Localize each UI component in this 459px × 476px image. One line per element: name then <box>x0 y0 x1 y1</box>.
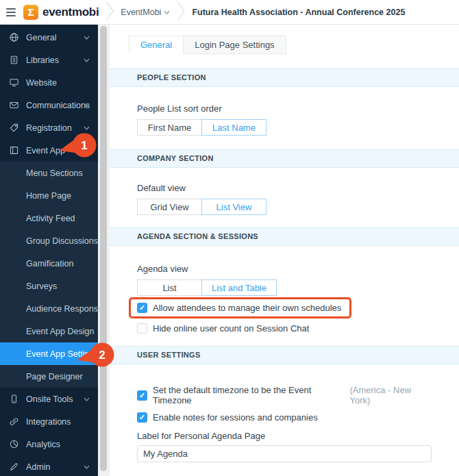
sidebar-item-activity-feed[interactable]: Activity Feed <box>0 207 98 229</box>
tab-general[interactable]: General <box>129 36 184 54</box>
chevron-down-icon <box>84 126 90 130</box>
breadcrumb-separator-icon <box>177 1 185 24</box>
monitor-icon <box>9 77 20 88</box>
timezone-row: Set the default timezone to be the Event… <box>137 385 432 405</box>
sidebar-item-page-designer[interactable]: Page Designer <box>0 365 98 388</box>
event-app-submenu: Menu Sections Home Page Activity Feed Gr… <box>0 162 98 388</box>
breadcrumb-event-title: Futura Health Association - Annual Confe… <box>192 8 405 17</box>
agenda-section-header: AGENDA SECTION & SESSIONS <box>110 227 459 246</box>
sidebar-item-general[interactable]: General <box>0 26 98 49</box>
sidebar-item-label: Website <box>26 78 57 88</box>
eventmobi-wordmark: eventmobi <box>42 5 99 19</box>
agenda-view-toggle: List List and Table <box>137 279 432 296</box>
breadcrumb-org-dropdown[interactable]: EventMobi <box>121 8 170 17</box>
sidebar-item-gamification[interactable]: Gamification <box>0 252 98 275</box>
company-default-view-label: Default view <box>137 183 432 193</box>
sidebar-item-label: Integrations <box>26 417 71 427</box>
chevron-down-icon <box>84 465 90 469</box>
tag-icon <box>9 123 20 134</box>
enable-notes-label: Enable notes for sessions and companies <box>153 412 318 423</box>
vertical-scrollbar-thumb[interactable] <box>100 26 107 471</box>
grid-view-toggle-button[interactable]: Grid View <box>137 199 202 215</box>
sidebar-item-label: Onsite Tools <box>26 394 73 404</box>
sidebar-item-website[interactable]: Website <box>0 71 98 94</box>
hide-user-count-row: Hide online user count on Session Chat <box>137 323 432 334</box>
eventmobi-logo[interactable]: Σ eventmobi <box>23 5 99 20</box>
sidebar-nav: General Libraries Website Communications… <box>0 25 98 476</box>
sidebar-item-analytics[interactable]: Analytics <box>0 433 98 455</box>
last-name-toggle-button[interactable]: Last Name <box>201 119 266 136</box>
sidebar-item-label: Analytics <box>26 440 60 449</box>
list-and-table-toggle-button[interactable]: List and Table <box>201 279 277 296</box>
first-name-toggle-button[interactable]: First Name <box>137 119 202 136</box>
chevron-down-icon <box>84 397 90 401</box>
sidebar-item-communications[interactable]: Communications <box>0 94 98 116</box>
sidebar-item-label: General <box>26 33 56 42</box>
chevron-up-icon <box>84 149 90 153</box>
envelope-icon <box>9 100 20 111</box>
sidebar-item-audience-response[interactable]: Audience Response <box>0 297 98 320</box>
user-settings-section-header: USER SETTINGS <box>110 346 459 364</box>
people-sort-toggle: First Name Last Name <box>137 119 432 136</box>
company-view-toggle: Grid View List View <box>137 199 432 215</box>
agenda-view-label: Agenda view <box>137 264 432 274</box>
personal-agenda-input[interactable] <box>137 445 432 462</box>
sidebar-item-surveys[interactable]: Surveys <box>0 275 98 297</box>
sidebar-item-event-app-settings[interactable]: Event App Settings <box>0 342 98 365</box>
sidebar-item-home-page[interactable]: Home Page <box>0 184 98 207</box>
sidebar-item-onsite-tools[interactable]: Onsite Tools <box>0 388 98 410</box>
personal-agenda-label: Label for Personal Agenda Page <box>137 431 432 441</box>
timezone-note: (America - New York) <box>349 385 432 405</box>
eventmobi-logo-icon: Σ <box>23 5 38 20</box>
hide-user-count-checkbox[interactable] <box>137 323 147 334</box>
sidebar-item-libraries[interactable]: Libraries <box>0 49 98 71</box>
chevron-down-icon <box>164 10 170 14</box>
enable-notes-checkbox[interactable] <box>137 412 147 423</box>
app-window-icon <box>9 145 20 156</box>
sidebar-item-menu-sections[interactable]: Menu Sections <box>0 162 98 184</box>
allow-manage-schedules-row: Allow attendees to manage their own sche… <box>137 303 341 313</box>
sidebar-item-admin[interactable]: Admin <box>0 455 98 476</box>
globe-icon <box>9 32 20 43</box>
annotation-highlight-box: Allow attendees to manage their own sche… <box>129 297 351 318</box>
sidebar-item-label: Registration <box>26 123 72 133</box>
hamburger-menu-icon[interactable] <box>6 6 16 18</box>
chevron-down-icon <box>84 103 90 108</box>
chevron-down-icon <box>84 58 90 62</box>
pie-chart-icon <box>9 439 20 450</box>
sidebar-item-event-app[interactable]: Event App <box>0 139 98 162</box>
sidebar-item-label: Communications <box>26 101 90 110</box>
hide-user-count-label: Hide online user count on Session Chat <box>153 323 309 334</box>
breadcrumb-separator-icon <box>106 1 114 24</box>
list-toggle-button[interactable]: List <box>137 279 202 296</box>
pencil-icon <box>9 462 20 473</box>
sidebar-item-label: Libraries <box>26 55 59 65</box>
list-view-toggle-button[interactable]: List View <box>201 199 266 215</box>
allow-manage-schedules-label: Allow attendees to manage their own sche… <box>153 303 341 313</box>
sidebar-item-registration[interactable]: Registration <box>0 116 98 139</box>
sidebar-item-label: Event App <box>26 146 65 155</box>
allow-manage-schedules-checkbox[interactable] <box>137 303 147 313</box>
sidebar-item-integrations[interactable]: Integrations <box>0 410 98 433</box>
timezone-label: Set the default timezone to be the Event… <box>153 385 347 405</box>
smartphone-icon <box>9 394 20 405</box>
tab-login-page-settings[interactable]: Login Page Settings <box>184 36 286 54</box>
sidebar-item-label: Admin <box>26 462 50 472</box>
people-section-header: PEOPLE SECTION <box>110 68 459 87</box>
chevron-down-icon <box>84 36 90 40</box>
enable-notes-row: Enable notes for sessions and companies <box>137 412 432 423</box>
main-content: General Login Page Settings PEOPLE SECTI… <box>110 25 459 476</box>
link-icon <box>9 416 20 427</box>
timezone-checkbox[interactable] <box>137 390 147 401</box>
top-header: Σ eventmobi EventMobi Futura Health Asso… <box>0 0 459 25</box>
sidebar-item-event-app-design[interactable]: Event App Design <box>0 320 98 342</box>
company-section-header: COMPANY SECTION <box>110 149 459 168</box>
people-sort-label: People List sort order <box>137 103 432 114</box>
library-icon <box>9 55 20 66</box>
settings-tabs: General Login Page Settings <box>129 36 459 54</box>
vertical-scrollbar-track[interactable] <box>98 25 110 476</box>
sidebar-item-group-discussions[interactable]: Group Discussions <box>0 229 98 252</box>
